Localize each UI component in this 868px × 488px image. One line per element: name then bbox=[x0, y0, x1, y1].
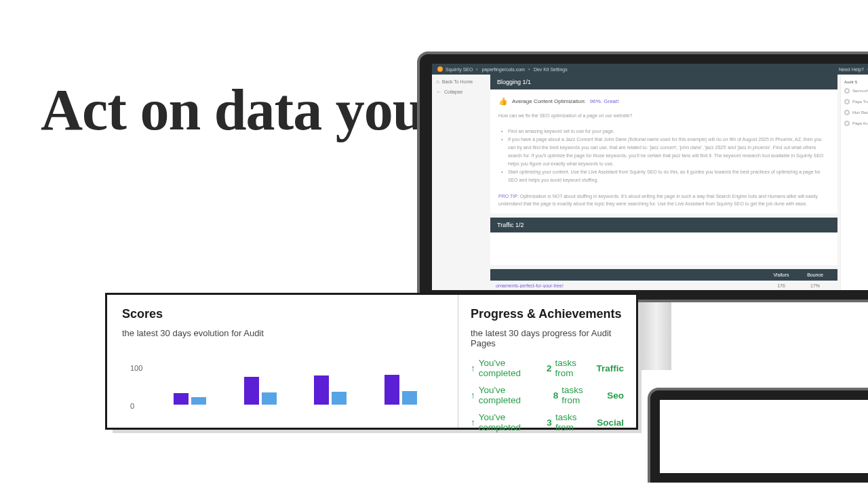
site-selector[interactable]: paperfingercuts.com bbox=[481, 67, 524, 72]
monitor-screen: Squirrly SEO ▾ paperfingercuts.com ▾ Dev… bbox=[432, 64, 868, 290]
pro-tip-text: Optimization is NOT about stuffing in ke… bbox=[498, 194, 818, 207]
achievement-item: ↑ You've completed 3 tasks from Social bbox=[471, 412, 624, 432]
chevron-down-icon: ▾ bbox=[476, 67, 478, 71]
back-home-link[interactable]: ⌂ Back To Home bbox=[436, 79, 484, 85]
pro-tip-label: PRO TIP: bbox=[498, 194, 519, 199]
aco-label: Average Content Optimization: bbox=[512, 97, 586, 106]
bar-secondary bbox=[262, 392, 277, 405]
radio-icon bbox=[844, 88, 850, 94]
y-tick-100: 100 bbox=[130, 364, 142, 372]
bar-secondary bbox=[332, 392, 347, 405]
traffic-table: Visitors Bounce ornaments-perfect-for-yo… bbox=[490, 269, 837, 291]
bar-primary bbox=[244, 377, 259, 405]
radio-icon bbox=[844, 121, 850, 126]
achievements-section: Progress & Achievements the latest 30 da… bbox=[458, 295, 636, 428]
second-monitor-bezel bbox=[648, 388, 868, 483]
bar-primary bbox=[384, 375, 399, 405]
pro-tip: PRO TIP: Optimization is NOT about stuff… bbox=[498, 192, 829, 209]
arrow-left-icon: ← bbox=[436, 89, 441, 95]
app-topbar: Squirrly SEO ▾ paperfingercuts.com ▾ Dev… bbox=[432, 64, 868, 75]
radio-icon bbox=[844, 99, 850, 104]
devkit-link[interactable]: Dev Kit Settings bbox=[534, 67, 568, 72]
monitor-bezel: Squirrly SEO ▾ paperfingercuts.com ▾ Dev… bbox=[417, 52, 868, 302]
scores-section: Scores the latest 30 days evolution for … bbox=[107, 295, 458, 428]
achievement-item: ↑ You've completed 8 tasks from Seo bbox=[471, 385, 624, 405]
brand-logo-icon bbox=[437, 66, 443, 72]
blogging-panel: Blogging 1/1 👍 Average Content Optimizat… bbox=[490, 75, 837, 214]
bar-group bbox=[384, 375, 417, 405]
chevron-down-icon: ▾ bbox=[528, 67, 530, 71]
col-url bbox=[496, 272, 764, 277]
blogging-header[interactable]: Blogging 1/1 bbox=[490, 75, 837, 89]
bar-secondary bbox=[402, 391, 417, 405]
traffic-panel: Traffic 1/2 bbox=[490, 218, 837, 265]
sr-item-moz[interactable]: Moz Backlin bbox=[844, 110, 868, 115]
radio-icon bbox=[844, 110, 850, 115]
scores-title: Scores bbox=[122, 307, 443, 321]
sr-item-semrush[interactable]: Semrush R bbox=[844, 88, 868, 94]
arrow-up-icon: ↑ bbox=[471, 390, 475, 401]
blogging-question: How can we fix the SEO optimization of a… bbox=[498, 112, 829, 120]
row-url[interactable]: ornaments-perfect-for-your-tree/ bbox=[496, 283, 764, 288]
collapse-link[interactable]: ← Collapse bbox=[436, 89, 484, 95]
row-bounce: 17% bbox=[798, 283, 832, 288]
scores-card: Scores the latest 30 days evolution for … bbox=[105, 293, 638, 430]
help-link[interactable]: Need Help? bbox=[839, 67, 864, 72]
sr-item-authority[interactable]: Page Autho bbox=[844, 121, 868, 126]
brand-name[interactable]: Squirrly SEO bbox=[446, 67, 473, 72]
achievement-item: ↑ You've completed 2 tasks from Traffic bbox=[471, 358, 624, 378]
col-bounce[interactable]: Bounce bbox=[798, 272, 832, 277]
blogging-bullet-2: If you have a page about a Jazz Concert … bbox=[498, 136, 829, 168]
sidebar-right-head: Audit S bbox=[844, 80, 868, 84]
collapse-label: Collapse bbox=[444, 89, 462, 94]
bar-primary bbox=[314, 375, 329, 405]
blogging-bullet-1: Find an amazing keyword set to use for y… bbox=[498, 127, 829, 136]
sr-item-traffic[interactable]: Page Traffic bbox=[844, 99, 868, 104]
bar-group bbox=[314, 375, 347, 405]
monitor-stand bbox=[641, 302, 671, 370]
row-visitors: 176 bbox=[764, 283, 798, 288]
achievements-subtitle: the latest 30 days progress for Audit Pa… bbox=[471, 328, 624, 348]
scores-subtitle: the latest 30 days evolution for Audit bbox=[122, 328, 443, 338]
scores-chart: 100 0 bbox=[122, 348, 443, 409]
arrow-up-icon: ↑ bbox=[471, 363, 475, 373]
aco-value: 96%. Great! bbox=[590, 97, 619, 106]
achievements-title: Progress & Achievements bbox=[471, 307, 624, 321]
main-content: Blogging 1/1 👍 Average Content Optimizat… bbox=[488, 75, 840, 290]
y-tick-0: 0 bbox=[130, 402, 134, 410]
back-home-label: Back To Home bbox=[442, 79, 473, 84]
sidebar-left: ⌂ Back To Home ← Collapse bbox=[432, 75, 488, 290]
arrow-up-icon: ↑ bbox=[471, 418, 475, 428]
table-row[interactable]: ornaments-perfect-for-your-tree/ 176 17% bbox=[490, 281, 837, 291]
thumbs-up-icon: 👍 bbox=[498, 95, 508, 108]
home-icon: ⌂ bbox=[436, 79, 439, 85]
sidebar-right: Audit S Semrush R Page Traffic Moz Backl… bbox=[840, 75, 868, 290]
bar-primary bbox=[174, 393, 189, 405]
traffic-header[interactable]: Traffic 1/2 bbox=[490, 218, 837, 232]
bar-group bbox=[174, 393, 206, 405]
bar-group bbox=[244, 377, 277, 405]
blogging-bullet-3: Start optimizing your content. Use the L… bbox=[498, 168, 829, 184]
second-monitor-screen bbox=[660, 400, 868, 473]
bar-secondary bbox=[191, 397, 206, 405]
col-visitors[interactable]: Visitors bbox=[764, 272, 798, 277]
